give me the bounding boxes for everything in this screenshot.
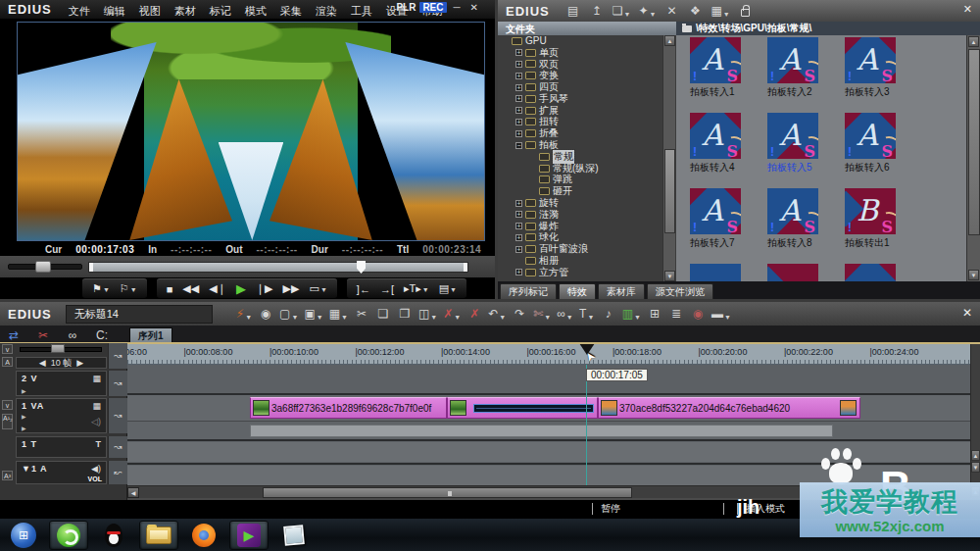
tree-item[interactable]: +手风琴: [498, 93, 676, 105]
scroll-up-icon[interactable]: ▲: [968, 36, 979, 47]
file-explorer-icon[interactable]: [139, 521, 178, 550]
audio-mute-button[interactable]: A: [2, 357, 13, 367]
tree-item[interactable]: 砸开: [498, 185, 676, 197]
expand-icon[interactable]: ▶: [22, 387, 26, 394]
new-folder-icon[interactable]: ▤: [565, 2, 581, 20]
screenshot-icon[interactable]: ◉: [258, 305, 273, 323]
effect-item[interactable]: AS!拍板转入6: [845, 113, 922, 175]
divide-view-icon[interactable]: ✦▼: [638, 2, 656, 20]
play-button[interactable]: ▶: [232, 281, 250, 296]
effect-thumbnail[interactable]: S!: [767, 264, 818, 281]
patch-icon[interactable]: ↝: [108, 371, 127, 396]
new-sequence-icon[interactable]: ▢▼: [279, 305, 298, 323]
expand-plus-icon[interactable]: +: [515, 200, 522, 207]
film-icon[interactable]: ▦: [92, 401, 101, 411]
track-header-2v[interactable]: 2 V ▦ ▶: [16, 371, 107, 396]
timeline-clip[interactable]: 3a68ff27363e1b289f69628c7b7f0e0f: [250, 397, 447, 419]
speaker-icon[interactable]: ◁): [91, 417, 101, 426]
scroll-up-icon[interactable]: ▲: [971, 450, 980, 461]
import-icon[interactable]: ▣▼: [304, 305, 322, 323]
tree-item[interactable]: +单页: [498, 47, 676, 59]
track-header-1va[interactable]: 1 VA ▦ ▶ ◁) ▶: [16, 398, 107, 433]
audio-mixer-icon[interactable]: ≣: [668, 305, 684, 323]
tree-item[interactable]: +双页: [498, 59, 676, 71]
dropdown-arrow-icon[interactable]: ▼: [724, 314, 731, 323]
frames-stepper[interactable]: ◀ 10 帧 ▶: [16, 357, 107, 369]
dropdown-arrow-icon[interactable]: ▼: [454, 314, 461, 323]
tree-item[interactable]: −拍板: [498, 139, 676, 151]
collapse-minus-icon[interactable]: −: [515, 142, 522, 149]
position-playhead[interactable]: [357, 261, 366, 274]
effect-item[interactable]: AS!拍板转入5: [767, 113, 845, 175]
save-icon[interactable]: ▦▼: [329, 305, 348, 323]
effect-thumbnail[interactable]: AS!: [767, 188, 818, 234]
expand-plus-icon[interactable]: +: [515, 107, 522, 114]
effect-item[interactable]: AS!拍板转入8: [767, 188, 845, 250]
jump-to-in-button[interactable]: ]←: [353, 283, 374, 295]
effect-thumbnail[interactable]: AS!: [690, 37, 741, 83]
firefox-icon[interactable]: [184, 521, 223, 550]
next-frame-button[interactable]: ❘▶: [252, 282, 277, 295]
tree-item[interactable]: +涟漪: [498, 209, 676, 221]
menu-item[interactable]: 编辑: [97, 5, 132, 17]
add-to-bin-icon[interactable]: ◫▼: [418, 305, 437, 323]
rewind-button[interactable]: ◀◀: [178, 282, 203, 295]
dropdown-arrow-icon[interactable]: ▼: [103, 286, 110, 295]
dropdown-arrow-icon[interactable]: ▼: [291, 314, 298, 323]
menu-item[interactable]: 视图: [132, 5, 168, 17]
tree-item[interactable]: +四页: [498, 81, 676, 93]
timeline-clip[interactable]: 370ace8df53227a204d64c76ebad4620: [598, 397, 860, 419]
tree-item[interactable]: 弹跳: [498, 175, 676, 186]
expand-plus-icon[interactable]: +: [515, 95, 522, 102]
va-video-mute-button[interactable]: v: [2, 400, 13, 410]
jump-to-out-button[interactable]: →[: [376, 283, 398, 295]
track-header-1a[interactable]: ▼1 A ◀) VOL: [16, 461, 107, 484]
qq-icon[interactable]: [94, 521, 133, 550]
effect-item[interactable]: AS!拍板转入3: [845, 37, 922, 99]
dropdown-arrow-icon[interactable]: ▼: [566, 314, 573, 323]
dropdown-arrow-icon[interactable]: ▼: [723, 11, 730, 20]
effect-thumbnail[interactable]: BS!: [845, 188, 896, 234]
menu-item[interactable]: 采集: [273, 5, 309, 17]
dropdown-arrow-icon[interactable]: ▼: [320, 286, 327, 295]
razor-icon[interactable]: ✄▼: [533, 305, 551, 323]
track-lane-v[interactable]: [127, 365, 970, 393]
effect-item[interactable]: S!: [690, 264, 767, 281]
scroll-left-icon[interactable]: ◀: [127, 487, 139, 498]
tree-scrollbar-thumb[interactable]: [664, 149, 675, 233]
play-around-cursor-button[interactable]: ▸T▸▼: [400, 282, 433, 295]
copy-icon[interactable]: ❏: [375, 305, 391, 323]
ripple-delete-icon[interactable]: ✗▼: [443, 305, 461, 323]
view-mode-icon[interactable]: ▦▼: [710, 2, 729, 20]
browser-360-icon[interactable]: [49, 521, 88, 550]
scroll-down-icon[interactable]: ▼: [968, 270, 979, 280]
menu-item[interactable]: 渲染: [309, 5, 344, 17]
effect-thumbnail[interactable]: S!: [845, 264, 896, 281]
patch-icon[interactable]: ↝: [108, 398, 127, 433]
effect-thumbnail[interactable]: AS!: [845, 37, 896, 83]
deck-output-button[interactable]: ▤▼: [435, 282, 461, 295]
close-button[interactable]: ✕: [962, 306, 972, 320]
previous-frame-button[interactable]: ◀❘: [205, 282, 230, 295]
cut-icon[interactable]: ✂: [354, 305, 369, 323]
dropdown-arrow-icon[interactable]: ▼: [544, 314, 551, 323]
delete-icon[interactable]: ✕: [663, 2, 679, 20]
duplicate-icon[interactable]: ❏▼: [612, 2, 631, 20]
dropdown-arrow-icon[interactable]: ▼: [499, 314, 506, 323]
lock-icon[interactable]: [738, 2, 754, 20]
transition-bar[interactable]: [473, 404, 594, 413]
redo-icon[interactable]: ↷: [512, 305, 527, 323]
vertical-scrollbar[interactable]: ▲ ▼ ▲: [970, 344, 980, 498]
effect-thumbnail[interactable]: AS!: [690, 113, 741, 159]
folder-up-icon[interactable]: ↥: [589, 2, 605, 20]
expand-plus-icon[interactable]: +: [515, 130, 522, 137]
tree-item[interactable]: 常规(纵深): [498, 163, 676, 175]
shuttle-thumb[interactable]: [35, 261, 51, 273]
color-correction-icon[interactable]: ◉: [690, 305, 706, 323]
color-label-icon[interactable]: ❖: [687, 2, 703, 20]
position-bar[interactable]: [88, 262, 468, 273]
marker-in-button[interactable]: ⚑▼: [88, 282, 114, 295]
tree-item[interactable]: +立方管: [498, 267, 676, 278]
speaker-icon[interactable]: ◀): [91, 464, 101, 474]
tab-素材库[interactable]: 素材库: [598, 283, 645, 299]
